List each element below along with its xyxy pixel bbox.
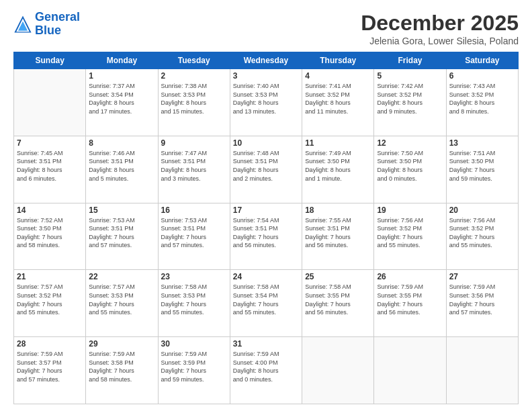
table-row: 11Sunrise: 7:49 AM Sunset: 3:50 PM Dayli…	[302, 136, 374, 203]
table-row: 12Sunrise: 7:50 AM Sunset: 3:50 PM Dayli…	[374, 136, 446, 203]
day-info: Sunrise: 7:51 AM Sunset: 3:50 PM Dayligh…	[449, 149, 515, 183]
table-row: 16Sunrise: 7:53 AM Sunset: 3:51 PM Dayli…	[158, 203, 230, 270]
day-number: 3	[233, 71, 299, 81]
day-number: 29	[89, 339, 154, 349]
table-row: 26Sunrise: 7:59 AM Sunset: 3:55 PM Dayli…	[374, 270, 446, 337]
table-row	[374, 337, 446, 404]
day-info: Sunrise: 7:48 AM Sunset: 3:51 PM Dayligh…	[233, 149, 299, 183]
day-info: Sunrise: 7:49 AM Sunset: 3:50 PM Dayligh…	[305, 149, 371, 183]
day-info: Sunrise: 7:56 AM Sunset: 3:52 PM Dayligh…	[449, 216, 515, 250]
col-tuesday: Tuesday	[158, 52, 230, 69]
day-info: Sunrise: 7:37 AM Sunset: 3:54 PM Dayligh…	[89, 82, 154, 116]
day-number: 28	[17, 339, 83, 349]
table-row: 31Sunrise: 7:59 AM Sunset: 4:00 PM Dayli…	[230, 337, 302, 404]
day-info: Sunrise: 7:59 AM Sunset: 3:55 PM Dayligh…	[377, 283, 443, 316]
table-row: 17Sunrise: 7:54 AM Sunset: 3:51 PM Dayli…	[230, 203, 302, 270]
day-info: Sunrise: 7:38 AM Sunset: 3:53 PM Dayligh…	[161, 82, 227, 116]
table-row: 9Sunrise: 7:47 AM Sunset: 3:51 PM Daylig…	[158, 136, 230, 203]
calendar-week-2: 7Sunrise: 7:45 AM Sunset: 3:51 PM Daylig…	[14, 136, 519, 203]
day-number: 1	[89, 71, 154, 81]
logo-text: General Blue	[35, 11, 80, 38]
calendar-week-5: 28Sunrise: 7:59 AM Sunset: 3:57 PM Dayli…	[14, 337, 519, 404]
day-number: 4	[305, 71, 371, 81]
day-info: Sunrise: 7:57 AM Sunset: 3:52 PM Dayligh…	[17, 283, 83, 316]
day-number: 15	[89, 205, 154, 215]
day-number: 23	[161, 272, 227, 281]
table-row: 2Sunrise: 7:38 AM Sunset: 3:53 PM Daylig…	[158, 69, 230, 136]
month-title: December 2025	[361, 11, 519, 36]
day-number: 9	[161, 138, 227, 148]
table-row: 13Sunrise: 7:51 AM Sunset: 3:50 PM Dayli…	[446, 136, 518, 203]
table-row: 23Sunrise: 7:58 AM Sunset: 3:53 PM Dayli…	[158, 270, 230, 337]
table-row: 19Sunrise: 7:56 AM Sunset: 3:52 PM Dayli…	[374, 203, 446, 270]
table-row: 5Sunrise: 7:42 AM Sunset: 3:52 PM Daylig…	[374, 69, 446, 136]
col-wednesday: Wednesday	[230, 52, 302, 69]
table-row	[14, 69, 86, 136]
day-number: 18	[305, 205, 371, 215]
table-row: 21Sunrise: 7:57 AM Sunset: 3:52 PM Dayli…	[14, 270, 86, 337]
logo: General Blue	[13, 11, 80, 38]
table-row: 3Sunrise: 7:40 AM Sunset: 3:53 PM Daylig…	[230, 69, 302, 136]
day-info: Sunrise: 7:56 AM Sunset: 3:52 PM Dayligh…	[377, 216, 443, 250]
day-number: 31	[233, 339, 299, 349]
day-info: Sunrise: 7:59 AM Sunset: 3:58 PM Dayligh…	[89, 350, 154, 383]
day-number: 6	[449, 71, 515, 81]
day-info: Sunrise: 7:54 AM Sunset: 3:51 PM Dayligh…	[233, 216, 299, 250]
day-info: Sunrise: 7:42 AM Sunset: 3:52 PM Dayligh…	[377, 82, 443, 116]
table-row: 14Sunrise: 7:52 AM Sunset: 3:50 PM Dayli…	[14, 203, 86, 270]
day-info: Sunrise: 7:45 AM Sunset: 3:51 PM Dayligh…	[17, 149, 83, 183]
day-number: 12	[377, 138, 443, 148]
table-row: 27Sunrise: 7:59 AM Sunset: 3:56 PM Dayli…	[446, 270, 518, 337]
day-number: 14	[17, 205, 83, 215]
day-info: Sunrise: 7:41 AM Sunset: 3:52 PM Dayligh…	[305, 82, 371, 116]
location: Jelenia Gora, Lower Silesia, Poland	[361, 36, 519, 46]
day-info: Sunrise: 7:57 AM Sunset: 3:53 PM Dayligh…	[89, 283, 154, 316]
calendar-week-3: 14Sunrise: 7:52 AM Sunset: 3:50 PM Dayli…	[14, 203, 519, 270]
table-row: 10Sunrise: 7:48 AM Sunset: 3:51 PM Dayli…	[230, 136, 302, 203]
table-row: 29Sunrise: 7:59 AM Sunset: 3:58 PM Dayli…	[86, 337, 158, 404]
table-row: 20Sunrise: 7:56 AM Sunset: 3:52 PM Dayli…	[446, 203, 518, 270]
calendar-week-4: 21Sunrise: 7:57 AM Sunset: 3:52 PM Dayli…	[14, 270, 519, 337]
table-row	[302, 337, 374, 404]
day-number: 5	[377, 71, 443, 81]
table-row: 25Sunrise: 7:58 AM Sunset: 3:55 PM Dayli…	[302, 270, 374, 337]
table-row: 4Sunrise: 7:41 AM Sunset: 3:52 PM Daylig…	[302, 69, 374, 136]
day-number: 26	[377, 272, 443, 281]
day-number: 22	[89, 272, 154, 281]
day-info: Sunrise: 7:58 AM Sunset: 3:55 PM Dayligh…	[305, 283, 371, 316]
day-info: Sunrise: 7:58 AM Sunset: 3:53 PM Dayligh…	[161, 283, 227, 316]
day-info: Sunrise: 7:40 AM Sunset: 3:53 PM Dayligh…	[233, 82, 299, 116]
table-row: 22Sunrise: 7:57 AM Sunset: 3:53 PM Dayli…	[86, 270, 158, 337]
day-number: 16	[161, 205, 227, 215]
day-number: 13	[449, 138, 515, 148]
day-number: 25	[305, 272, 371, 281]
title-block: December 2025 Jelenia Gora, Lower Silesi…	[361, 11, 519, 46]
table-row: 6Sunrise: 7:43 AM Sunset: 3:52 PM Daylig…	[446, 69, 518, 136]
day-info: Sunrise: 7:53 AM Sunset: 3:51 PM Dayligh…	[161, 216, 227, 250]
day-info: Sunrise: 7:55 AM Sunset: 3:51 PM Dayligh…	[305, 216, 371, 250]
logo-icon	[13, 15, 32, 34]
col-sunday: Sunday	[14, 52, 86, 69]
calendar-header-row: Sunday Monday Tuesday Wednesday Thursday…	[14, 52, 519, 69]
day-info: Sunrise: 7:52 AM Sunset: 3:50 PM Dayligh…	[17, 216, 83, 250]
table-row: 30Sunrise: 7:59 AM Sunset: 3:59 PM Dayli…	[158, 337, 230, 404]
day-number: 17	[233, 205, 299, 215]
day-number: 19	[377, 205, 443, 215]
table-row	[446, 337, 518, 404]
day-number: 30	[161, 339, 227, 349]
day-info: Sunrise: 7:59 AM Sunset: 4:00 PM Dayligh…	[233, 350, 299, 383]
col-monday: Monday	[86, 52, 158, 69]
table-row: 24Sunrise: 7:58 AM Sunset: 3:54 PM Dayli…	[230, 270, 302, 337]
col-friday: Friday	[374, 52, 446, 69]
day-number: 8	[89, 138, 154, 148]
day-number: 24	[233, 272, 299, 281]
day-info: Sunrise: 7:50 AM Sunset: 3:50 PM Dayligh…	[377, 149, 443, 183]
table-row: 7Sunrise: 7:45 AM Sunset: 3:51 PM Daylig…	[14, 136, 86, 203]
calendar-week-1: 1Sunrise: 7:37 AM Sunset: 3:54 PM Daylig…	[14, 69, 519, 136]
day-info: Sunrise: 7:46 AM Sunset: 3:51 PM Dayligh…	[89, 149, 154, 183]
day-info: Sunrise: 7:59 AM Sunset: 3:59 PM Dayligh…	[161, 350, 227, 383]
day-info: Sunrise: 7:43 AM Sunset: 3:52 PM Dayligh…	[449, 82, 515, 116]
day-info: Sunrise: 7:59 AM Sunset: 3:56 PM Dayligh…	[449, 283, 515, 316]
day-info: Sunrise: 7:58 AM Sunset: 3:54 PM Dayligh…	[233, 283, 299, 316]
col-saturday: Saturday	[446, 52, 518, 69]
